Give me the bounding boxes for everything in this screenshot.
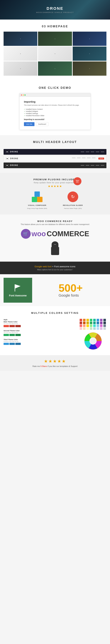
thumb-6: ● (73, 46, 106, 61)
swatch-red[interactable] (4, 325, 9, 327)
color-cell[interactable] (103, 319, 106, 321)
font-title: Google web font + Font awesome icons (4, 265, 106, 268)
color-second-swatches (4, 334, 76, 336)
window-close-dot (21, 94, 22, 96)
svg-point-18 (7, 165, 8, 166)
vc-cube-green (32, 197, 37, 202)
woo-text: woo (32, 230, 46, 238)
rev-desc: Famous Slider Plugin, ($19) (64, 208, 82, 209)
thumb-9: ● (73, 62, 106, 76)
header-red-button: SHOP (98, 158, 104, 160)
rev-arrow-icon: ↻ (71, 194, 75, 199)
color-third-swatches (4, 343, 76, 345)
color-cell[interactable] (103, 324, 106, 327)
color-third-desc: Premium color side bar etc. (4, 341, 76, 342)
color-cell[interactable] (100, 319, 102, 321)
woo-section: WOO COMMERCE READY This feature allows y… (0, 214, 110, 262)
vc-icon-container (31, 190, 43, 203)
color-cell[interactable] (80, 319, 82, 321)
gf-number: 500 (59, 282, 76, 294)
color-spectrum-svg[interactable] (84, 332, 102, 350)
color-cell[interactable] (80, 322, 82, 324)
font-preview-section: Font Awesome 500+ Google fonts (0, 274, 110, 306)
swatch-darkgreen[interactable] (10, 334, 15, 336)
color-cell[interactable] (86, 319, 89, 321)
dark-header-nav (81, 152, 104, 152)
plugins-subtitle: Keep update them for your great experein… (4, 181, 106, 184)
swatch-darkerred[interactable] (15, 325, 21, 327)
swatch-green[interactable] (4, 334, 9, 336)
color-cell[interactable] (86, 327, 89, 330)
color-cell[interactable] (100, 322, 102, 324)
vc-name: VISUAL COMPOSER (28, 204, 46, 206)
color-cell[interactable] (97, 324, 99, 327)
color-cell[interactable] (93, 327, 96, 330)
dashboard-button[interactable]: Dashboard (36, 122, 48, 126)
vc-desc: Drag & drop Page Builder ($34) (27, 208, 47, 209)
color-cell[interactable] (97, 319, 99, 321)
color-cell[interactable] (83, 322, 86, 324)
color-cell[interactable] (86, 322, 89, 324)
color-cell[interactable] (83, 324, 86, 327)
color-picker (80, 319, 106, 350)
importing-success: Importing is successful! (24, 118, 86, 120)
swatch-blue[interactable] (4, 343, 9, 345)
homepage-section: 03 HOMEPAGE ● ● ● ● ● (0, 20, 110, 79)
color-cell[interactable] (93, 324, 96, 327)
step-1: Installed Demo Content (24, 108, 86, 110)
color-grid (80, 319, 106, 330)
window-minimize-dot (23, 94, 24, 96)
color-cell[interactable] (93, 322, 96, 324)
color-cell[interactable] (93, 319, 96, 321)
rating-section: ★★★★★ Rate me 5 Stars if you like our te… (0, 355, 110, 371)
swatch-darkred[interactable] (10, 325, 15, 327)
rev-name: REVOLUTION SLIDER (63, 204, 83, 206)
color-cell[interactable] (90, 319, 92, 321)
color-cell[interactable] (97, 327, 99, 330)
save-badge: Save $53 (73, 177, 81, 185)
colors-title: MULTIPLE COLORS SETTING (4, 312, 106, 314)
thumb-5: ● (38, 46, 72, 61)
swatch-darkerblue[interactable] (15, 343, 21, 345)
color-cell[interactable] (90, 322, 92, 324)
plugins-title: PREMIUM PLUGINS INCLUDED (4, 178, 106, 181)
rev-icon-container: ↻ (67, 190, 79, 203)
rating-prefix: Rate me (32, 365, 40, 367)
importing-steps: Installed Demo Content Installed Widgets… (24, 108, 86, 117)
window-titlebar (20, 93, 90, 97)
color-cell[interactable] (83, 327, 86, 330)
swatch-darkergreen[interactable] (15, 334, 21, 336)
color-cell[interactable] (80, 324, 82, 327)
visit-site-button[interactable]: Visit Site (24, 122, 34, 126)
color-cell[interactable] (103, 322, 106, 324)
font-section: Google web font + Font awesome icons Man… (0, 262, 110, 274)
woo-desc: This feature allows you to use one datab… (4, 224, 106, 226)
color-cell[interactable] (86, 324, 89, 327)
swatch-darkblue[interactable] (10, 343, 15, 345)
color-main-label: Main Theme Color (4, 321, 76, 323)
hero-logo: DRONE (36, 6, 74, 11)
color-cell[interactable] (90, 327, 92, 330)
demo-buttons: Visit Site Dashboard (24, 122, 86, 126)
color-cell[interactable] (80, 327, 82, 330)
color-cell[interactable] (100, 327, 102, 330)
svg-marker-27 (15, 284, 21, 292)
step-3: Installed Settings (24, 112, 86, 114)
color-cell[interactable] (90, 324, 92, 327)
window-maximize-dot (24, 94, 26, 96)
color-cell[interactable] (103, 327, 106, 330)
color-cell[interactable] (100, 324, 102, 327)
rating-link[interactable]: 5 Stars (40, 365, 47, 367)
svg-point-0 (7, 151, 8, 152)
color-cell[interactable] (83, 319, 86, 321)
light-header-preview: DRONE SHOP (4, 156, 106, 162)
ninja-head: • • (51, 241, 59, 247)
ninja-body (51, 247, 59, 255)
color-option-style: Style Main Theme Color You can color sid… (4, 319, 76, 327)
svg-point-9 (7, 158, 8, 159)
plugins-section: PREMIUM PLUGINS INCLUDED Save $53 Keep u… (0, 173, 110, 214)
color-option-second: Second Theme Color You can color side ba… (4, 330, 76, 336)
color-cell[interactable] (97, 322, 99, 324)
vc-cube-yellow (37, 197, 42, 202)
svg-point-31 (90, 338, 96, 344)
